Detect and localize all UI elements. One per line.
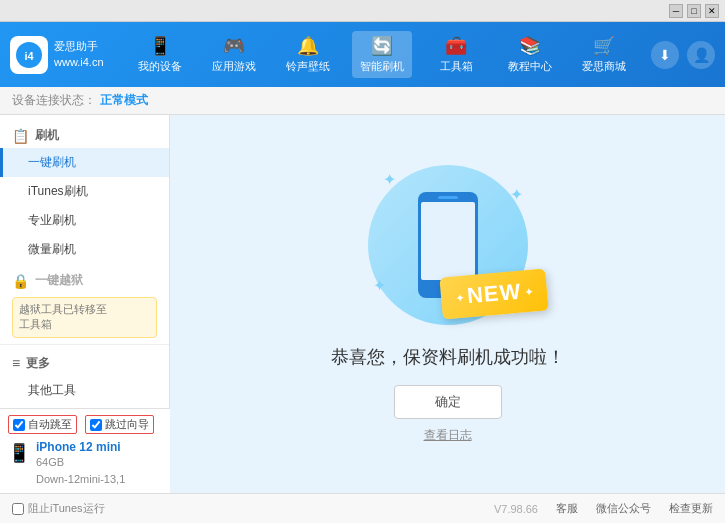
title-bar: ─ □ ✕ xyxy=(0,0,725,22)
footer-left: 阻止iTunes运行 xyxy=(12,501,105,516)
status-value: 正常模式 xyxy=(100,92,148,109)
nav-item-mall[interactable]: 🛒 爱思商城 xyxy=(574,31,634,78)
customer-service-link[interactable]: 客服 xyxy=(556,501,578,516)
sparkle-2: ✦ xyxy=(510,185,523,204)
nav-label-mall: 爱思商城 xyxy=(582,59,626,74)
flash-section-label: 刷机 xyxy=(35,127,59,144)
logo-area: i4 爱思助手 www.i4.cn xyxy=(10,36,104,74)
device-details: iPhone 12 mini 64GB Down-12mini-13,1 xyxy=(36,440,125,487)
flash-icon: 🔄 xyxy=(371,35,393,57)
device-panel: 自动跳至 跳过向导 📱 iPhone 12 mini 64GB Down-12m… xyxy=(0,408,170,493)
sidebar-item-data-flash[interactable]: 微量刷机 xyxy=(0,235,169,264)
nav-label-my-device: 我的设备 xyxy=(138,59,182,74)
phone-illustration: ✦ ✦ ✦ NEW xyxy=(368,165,528,325)
svg-text:i4: i4 xyxy=(24,50,34,62)
again-link[interactable]: 查看日志 xyxy=(424,427,472,444)
block-itunes-label: 阻止iTunes运行 xyxy=(28,501,105,516)
sparkle-1: ✦ xyxy=(383,170,396,189)
svg-rect-3 xyxy=(421,202,475,280)
account-button[interactable]: 👤 xyxy=(687,41,715,69)
device-name: iPhone 12 mini xyxy=(36,440,125,454)
window-controls: ─ □ ✕ xyxy=(669,4,719,18)
header-right: ⬇ 👤 xyxy=(651,41,715,69)
device-storage: 64GB xyxy=(36,454,125,471)
nav-label-tutorial: 教程中心 xyxy=(508,59,552,74)
sidebar-section-flash-header: 📋 刷机 xyxy=(0,123,169,148)
sidebar-section-jailbreak: 🔒 一键越狱 越狱工具已转移至工具箱 xyxy=(0,268,169,338)
sidebar-jailbreak-header: 🔒 一键越狱 xyxy=(0,268,169,293)
device-checkboxes: 自动跳至 跳过向导 xyxy=(8,415,162,434)
footer-right: V7.98.66 客服 微信公众号 检查更新 xyxy=(494,501,713,516)
nav-item-my-device[interactable]: 📱 我的设备 xyxy=(130,31,190,78)
sidebar-divider xyxy=(0,344,169,345)
nav-item-apps-games[interactable]: 🎮 应用游戏 xyxy=(204,31,264,78)
success-text: 恭喜您，保资料刷机成功啦！ xyxy=(331,345,565,369)
more-section-icon: ≡ xyxy=(12,355,20,371)
status-label: 设备连接状态： xyxy=(12,92,96,109)
apps-icon: 🎮 xyxy=(223,35,245,57)
sidebar: 📋 刷机 一键刷机 iTunes刷机 专业刷机 微量刷机 🔒 一键越狱 越狱工具… xyxy=(0,115,170,493)
sidebar-item-itunes-flash[interactable]: iTunes刷机 xyxy=(0,177,169,206)
sidebar-item-pro-flash[interactable]: 专业刷机 xyxy=(0,206,169,235)
device-info: 📱 iPhone 12 mini 64GB Down-12mini-13,1 xyxy=(8,440,162,487)
nav-label-apps: 应用游戏 xyxy=(212,59,256,74)
auto-jump-input[interactable] xyxy=(13,419,25,431)
nav-item-smart-flash[interactable]: 🔄 智能刷机 xyxy=(352,31,412,78)
nav-label-flash: 智能刷机 xyxy=(360,59,404,74)
device-phone-icon: 📱 xyxy=(8,442,30,464)
more-section-label: 更多 xyxy=(26,355,50,372)
footer: 阻止iTunes运行 V7.98.66 客服 微信公众号 检查更新 xyxy=(0,493,725,523)
new-badge: NEW xyxy=(440,268,550,319)
mall-icon: 🛒 xyxy=(593,35,615,57)
sidebar-item-one-key-flash[interactable]: 一键刷机 xyxy=(0,148,169,177)
skip-guide-label: 跳过向导 xyxy=(105,417,149,432)
nav-item-toolbox[interactable]: 🧰 工具箱 xyxy=(426,31,486,78)
wechat-link[interactable]: 微信公众号 xyxy=(596,501,651,516)
sparkle-3: ✦ xyxy=(373,276,386,295)
restore-button[interactable]: □ xyxy=(687,4,701,18)
tutorial-icon: 📚 xyxy=(519,35,541,57)
jailbreak-label: 一键越狱 xyxy=(35,272,83,289)
skip-guide-checkbox[interactable]: 跳过向导 xyxy=(85,415,154,434)
minimize-button[interactable]: ─ xyxy=(669,4,683,18)
auto-jump-label: 自动跳至 xyxy=(28,417,72,432)
sidebar-warning: 越狱工具已转移至工具箱 xyxy=(12,297,157,338)
toolbox-icon: 🧰 xyxy=(445,35,467,57)
check-update-link[interactable]: 检查更新 xyxy=(669,501,713,516)
nav-item-tutorial[interactable]: 📚 教程中心 xyxy=(500,31,560,78)
sidebar-item-other-tools[interactable]: 其他工具 xyxy=(0,376,169,405)
nav-label-ringtone: 铃声壁纸 xyxy=(286,59,330,74)
version-text: V7.98.66 xyxy=(494,503,538,515)
main-area: 📋 刷机 一键刷机 iTunes刷机 专业刷机 微量刷机 🔒 一键越狱 越狱工具… xyxy=(0,115,725,493)
auto-jump-checkbox[interactable]: 自动跳至 xyxy=(8,415,77,434)
device-firmware: Down-12mini-13,1 xyxy=(36,471,125,488)
block-itunes-checkbox[interactable] xyxy=(12,503,24,515)
nav-items: 📱 我的设备 🎮 应用游戏 🔔 铃声壁纸 🔄 智能刷机 🧰 工具箱 📚 教程中心… xyxy=(124,31,641,78)
device-icon: 📱 xyxy=(149,35,171,57)
confirm-button[interactable]: 确定 xyxy=(394,385,502,419)
skip-guide-input[interactable] xyxy=(90,419,102,431)
close-button[interactable]: ✕ xyxy=(705,4,719,18)
logo-text: 爱思助手 www.i4.cn xyxy=(54,39,104,70)
sidebar-section-flash: 📋 刷机 一键刷机 iTunes刷机 专业刷机 微量刷机 xyxy=(0,123,169,264)
flash-section-icon: 📋 xyxy=(12,128,29,144)
lock-icon: 🔒 xyxy=(12,273,29,289)
header: i4 爱思助手 www.i4.cn 📱 我的设备 🎮 应用游戏 🔔 铃声壁纸 🔄… xyxy=(0,22,725,87)
sidebar-section-more-header: ≡ 更多 xyxy=(0,351,169,376)
nav-label-toolbox: 工具箱 xyxy=(440,59,473,74)
content-area: ✦ ✦ ✦ NEW 恭喜您，保资料刷机成功啦！ 确定 查看日志 xyxy=(170,115,725,493)
ringtone-icon: 🔔 xyxy=(297,35,319,57)
svg-rect-5 xyxy=(438,196,458,199)
download-button[interactable]: ⬇ xyxy=(651,41,679,69)
logo-icon: i4 xyxy=(10,36,48,74)
nav-item-ringtone[interactable]: 🔔 铃声壁纸 xyxy=(278,31,338,78)
status-bar: 设备连接状态： 正常模式 xyxy=(0,87,725,115)
